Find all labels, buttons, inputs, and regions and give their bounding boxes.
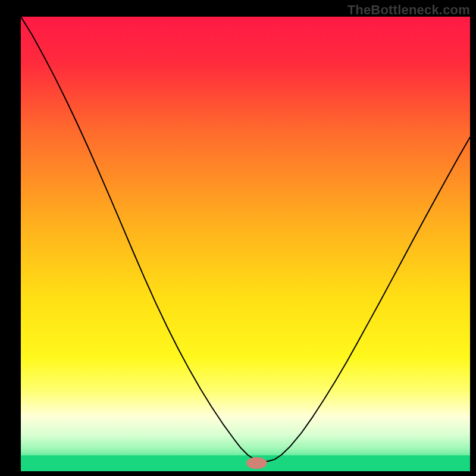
green-band [21,455,470,471]
plot-area [21,17,470,471]
bottleneck-chart [21,17,470,471]
optimal-point-marker [246,457,267,469]
chart-frame: TheBottleneck.com [0,0,476,476]
attribution-watermark: TheBottleneck.com [347,2,470,18]
gradient-background [21,17,470,471]
